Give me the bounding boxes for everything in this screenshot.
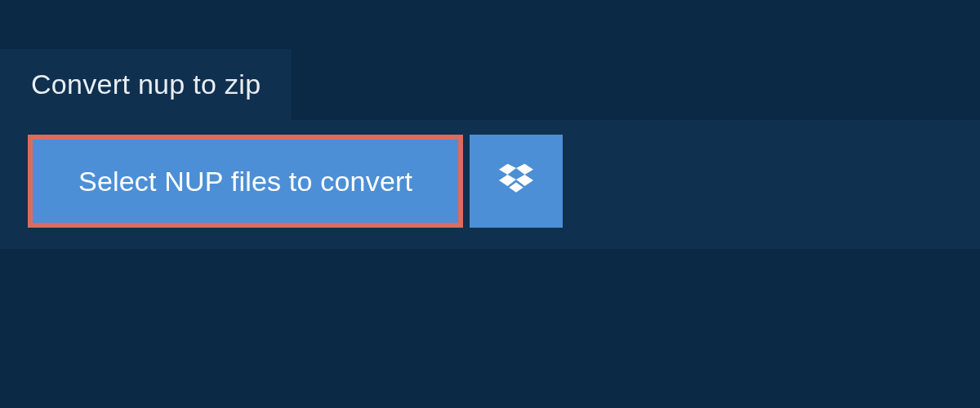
page-title: Convert nup to zip <box>31 69 261 100</box>
select-files-button[interactable]: Select NUP files to convert <box>28 135 463 228</box>
button-row: Select NUP files to convert <box>28 135 952 228</box>
content-panel: Select NUP files to convert <box>0 120 980 249</box>
dropbox-button[interactable] <box>470 135 563 228</box>
dropbox-icon <box>499 163 533 199</box>
select-files-label: Select NUP files to convert <box>78 166 412 197</box>
tab-header: Convert nup to zip <box>0 49 292 120</box>
